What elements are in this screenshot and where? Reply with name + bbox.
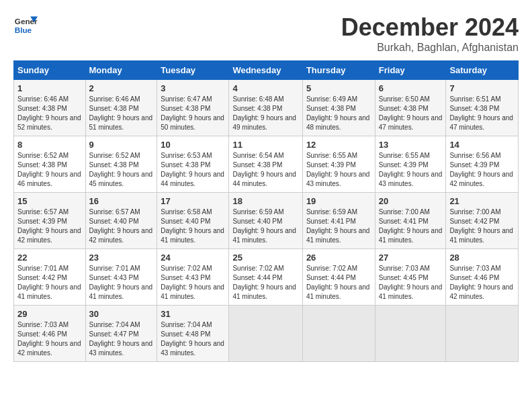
logo-icon: General Blue <box>13 13 38 38</box>
calendar-cell: 4 Sunrise: 6:48 AMSunset: 4:38 PMDayligh… <box>229 80 302 136</box>
day-number: 28 <box>449 253 515 263</box>
day-number: 15 <box>17 196 82 206</box>
day-number: 1 <box>17 83 82 93</box>
day-info: Sunrise: 6:46 AMSunset: 4:38 PMDaylight:… <box>17 95 81 131</box>
calendar-cell <box>302 306 375 362</box>
day-number: 13 <box>379 140 443 150</box>
day-info: Sunrise: 6:54 AMSunset: 4:38 PMDaylight:… <box>232 152 296 187</box>
day-number: 9 <box>89 140 154 150</box>
day-info: Sunrise: 7:02 AMSunset: 4:43 PMDaylight:… <box>161 265 224 300</box>
header-wednesday: Wednesday <box>229 61 302 80</box>
calendar-cell: 15 Sunrise: 6:57 AMSunset: 4:39 PMDaylig… <box>14 193 86 249</box>
day-info: Sunrise: 6:46 AMSunset: 4:38 PMDaylight:… <box>89 95 153 131</box>
day-number: 26 <box>306 253 371 263</box>
calendar-cell: 16 Sunrise: 6:57 AMSunset: 4:40 PMDaylig… <box>85 193 157 249</box>
day-number: 29 <box>17 309 82 319</box>
calendar-cell: 3 Sunrise: 6:47 AMSunset: 4:38 PMDayligh… <box>157 80 229 136</box>
day-info: Sunrise: 6:52 AMSunset: 4:38 PMDaylight:… <box>17 152 81 187</box>
day-info: Sunrise: 7:03 AMSunset: 4:45 PMDaylight:… <box>379 265 443 300</box>
header-monday: Monday <box>85 61 157 80</box>
day-number: 8 <box>17 140 82 150</box>
day-info: Sunrise: 6:50 AMSunset: 4:38 PMDaylight:… <box>379 95 443 131</box>
calendar-header-row: SundayMondayTuesdayWednesdayThursdayFrid… <box>14 61 519 80</box>
day-number: 19 <box>306 196 371 206</box>
calendar-cell: 6 Sunrise: 6:50 AMSunset: 4:38 PMDayligh… <box>375 80 446 136</box>
day-number: 3 <box>161 83 225 93</box>
day-info: Sunrise: 7:03 AMSunset: 4:46 PMDaylight:… <box>449 265 513 300</box>
calendar-cell: 28 Sunrise: 7:03 AMSunset: 4:46 PMDaylig… <box>446 249 519 306</box>
day-number: 27 <box>379 253 443 263</box>
calendar-cell: 9 Sunrise: 6:52 AMSunset: 4:38 PMDayligh… <box>85 136 157 193</box>
calendar-cell: 18 Sunrise: 6:59 AMSunset: 4:40 PMDaylig… <box>229 193 302 249</box>
day-number: 5 <box>306 83 371 93</box>
day-number: 7 <box>449 83 515 93</box>
calendar-cell: 21 Sunrise: 7:00 AMSunset: 4:42 PMDaylig… <box>446 193 519 249</box>
day-info: Sunrise: 7:02 AMSunset: 4:44 PMDaylight:… <box>306 265 370 300</box>
calendar-cell <box>229 306 302 362</box>
calendar-cell: 7 Sunrise: 6:51 AMSunset: 4:38 PMDayligh… <box>446 80 519 136</box>
day-number: 10 <box>161 140 225 150</box>
calendar-body: 1 Sunrise: 6:46 AMSunset: 4:38 PMDayligh… <box>14 80 519 362</box>
day-info: Sunrise: 7:00 AMSunset: 4:42 PMDaylight:… <box>449 208 513 244</box>
calendar-cell: 12 Sunrise: 6:55 AMSunset: 4:39 PMDaylig… <box>302 136 375 193</box>
location-title: Burkah, Baghlan, Afghanistan <box>341 42 519 54</box>
calendar-cell: 17 Sunrise: 6:58 AMSunset: 4:40 PMDaylig… <box>157 193 229 249</box>
calendar-week-row: 8 Sunrise: 6:52 AMSunset: 4:38 PMDayligh… <box>14 136 519 193</box>
calendar-cell: 20 Sunrise: 7:00 AMSunset: 4:41 PMDaylig… <box>375 193 446 249</box>
calendar-cell: 10 Sunrise: 6:53 AMSunset: 4:38 PMDaylig… <box>157 136 229 193</box>
day-number: 17 <box>161 196 225 206</box>
calendar-cell: 13 Sunrise: 6:55 AMSunset: 4:39 PMDaylig… <box>375 136 446 193</box>
calendar-cell: 19 Sunrise: 6:59 AMSunset: 4:41 PMDaylig… <box>302 193 375 249</box>
day-info: Sunrise: 7:04 AMSunset: 4:48 PMDaylight:… <box>161 321 224 357</box>
day-info: Sunrise: 6:48 AMSunset: 4:38 PMDaylight:… <box>232 95 296 131</box>
calendar-table: SundayMondayTuesdayWednesdayThursdayFrid… <box>13 60 519 362</box>
day-number: 24 <box>161 253 225 263</box>
day-info: Sunrise: 6:56 AMSunset: 4:39 PMDaylight:… <box>449 152 513 187</box>
calendar-cell: 8 Sunrise: 6:52 AMSunset: 4:38 PMDayligh… <box>14 136 86 193</box>
calendar-cell: 23 Sunrise: 7:01 AMSunset: 4:43 PMDaylig… <box>85 249 157 306</box>
day-number: 16 <box>89 196 154 206</box>
day-number: 14 <box>449 140 515 150</box>
day-number: 30 <box>89 309 154 319</box>
day-number: 11 <box>232 140 298 150</box>
calendar-week-row: 1 Sunrise: 6:46 AMSunset: 4:38 PMDayligh… <box>14 80 519 136</box>
calendar-week-row: 22 Sunrise: 7:01 AMSunset: 4:42 PMDaylig… <box>14 249 519 306</box>
day-number: 23 <box>89 253 154 263</box>
header-sunday: Sunday <box>14 61 86 80</box>
day-number: 22 <box>17 253 82 263</box>
calendar-cell: 22 Sunrise: 7:01 AMSunset: 4:42 PMDaylig… <box>14 249 86 306</box>
day-info: Sunrise: 6:55 AMSunset: 4:39 PMDaylight:… <box>379 152 443 187</box>
calendar-cell: 2 Sunrise: 6:46 AMSunset: 4:38 PMDayligh… <box>85 80 157 136</box>
calendar-cell: 26 Sunrise: 7:02 AMSunset: 4:44 PMDaylig… <box>302 249 375 306</box>
day-info: Sunrise: 6:57 AMSunset: 4:40 PMDaylight:… <box>89 208 153 244</box>
month-title: December 2024 <box>341 13 519 42</box>
day-number: 4 <box>232 83 298 93</box>
day-number: 21 <box>449 196 515 206</box>
calendar-cell: 29 Sunrise: 7:03 AMSunset: 4:46 PMDaylig… <box>14 306 86 362</box>
svg-text:Blue: Blue <box>15 26 32 34</box>
day-info: Sunrise: 6:47 AMSunset: 4:38 PMDaylight:… <box>161 95 224 131</box>
day-info: Sunrise: 7:03 AMSunset: 4:46 PMDaylight:… <box>17 321 81 357</box>
day-number: 31 <box>161 309 225 319</box>
page-header: General Blue December 2024 Burkah, Baghl… <box>13 13 519 54</box>
calendar-cell: 1 Sunrise: 6:46 AMSunset: 4:38 PMDayligh… <box>14 80 86 136</box>
calendar-cell: 14 Sunrise: 6:56 AMSunset: 4:39 PMDaylig… <box>446 136 519 193</box>
calendar-cell: 25 Sunrise: 7:02 AMSunset: 4:44 PMDaylig… <box>229 249 302 306</box>
header-thursday: Thursday <box>302 61 375 80</box>
day-info: Sunrise: 6:53 AMSunset: 4:38 PMDaylight:… <box>161 152 224 187</box>
day-info: Sunrise: 7:00 AMSunset: 4:41 PMDaylight:… <box>379 208 443 244</box>
day-info: Sunrise: 7:02 AMSunset: 4:44 PMDaylight:… <box>232 265 296 300</box>
day-number: 2 <box>89 83 154 93</box>
day-info: Sunrise: 6:59 AMSunset: 4:41 PMDaylight:… <box>306 208 370 244</box>
calendar-cell: 5 Sunrise: 6:49 AMSunset: 4:38 PMDayligh… <box>302 80 375 136</box>
day-info: Sunrise: 6:58 AMSunset: 4:40 PMDaylight:… <box>161 208 224 244</box>
day-number: 6 <box>379 83 443 93</box>
header-tuesday: Tuesday <box>157 61 229 80</box>
day-info: Sunrise: 6:51 AMSunset: 4:38 PMDaylight:… <box>449 95 513 131</box>
day-info: Sunrise: 7:01 AMSunset: 4:43 PMDaylight:… <box>89 265 153 300</box>
day-number: 12 <box>306 140 371 150</box>
header-friday: Friday <box>375 61 446 80</box>
calendar-week-row: 15 Sunrise: 6:57 AMSunset: 4:39 PMDaylig… <box>14 193 519 249</box>
day-info: Sunrise: 7:01 AMSunset: 4:42 PMDaylight:… <box>17 265 81 300</box>
calendar-cell: 27 Sunrise: 7:03 AMSunset: 4:45 PMDaylig… <box>375 249 446 306</box>
